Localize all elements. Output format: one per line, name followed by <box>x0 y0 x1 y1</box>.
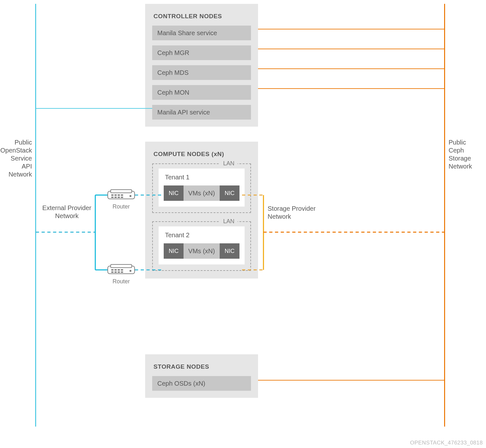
controller-title: CONTROLLER NODES <box>153 13 251 20</box>
router-icon <box>107 189 135 201</box>
router-label: Router <box>107 203 135 210</box>
nic-right: NIC <box>220 185 239 201</box>
router-1: Router <box>107 189 135 210</box>
storage-panel: STORAGE NODES Ceph OSDs (xN) <box>145 354 258 398</box>
svg-rect-20 <box>118 269 120 271</box>
lan-tag: LAN <box>220 160 238 167</box>
tenant-box: Tenant 1 NIC VMs (xN) NIC <box>159 169 245 207</box>
right-network-bar <box>444 4 445 427</box>
tenant-title: Tenant 1 <box>165 174 239 181</box>
svg-rect-22 <box>111 271 114 273</box>
controller-item: Manila Share service <box>152 26 251 40</box>
vm-row: NIC VMs (xN) NIC <box>164 243 239 259</box>
nic-left: NIC <box>164 243 184 259</box>
svg-point-26 <box>129 270 131 272</box>
svg-point-15 <box>129 195 131 197</box>
controller-item: Ceph MDS <box>152 65 251 80</box>
router-icon <box>107 264 135 276</box>
svg-rect-11 <box>111 197 114 198</box>
svg-rect-8 <box>114 194 117 196</box>
vm-label: VMs (xN) <box>184 248 220 255</box>
compute-title: COMPUTE NODES (xN) <box>153 151 251 158</box>
nic-right: NIC <box>220 243 239 259</box>
vm-label: VMs (xN) <box>184 190 220 197</box>
controller-item: Ceph MON <box>152 85 251 100</box>
right-network-label: Public Ceph Storage Network <box>449 138 486 170</box>
lan-tag: LAN <box>220 218 238 225</box>
svg-rect-17 <box>111 264 132 268</box>
svg-rect-13 <box>118 197 120 198</box>
controller-item: Manila API service <box>152 105 251 120</box>
svg-rect-21 <box>121 269 123 271</box>
svg-rect-14 <box>121 197 123 198</box>
left-network-label: Public OpenStack Service API Network <box>0 138 32 178</box>
svg-rect-19 <box>114 269 117 271</box>
svg-rect-12 <box>114 197 117 198</box>
connector-manila-left <box>0 0 160 128</box>
svg-rect-10 <box>121 194 123 196</box>
svg-rect-6 <box>111 190 132 193</box>
tenant-box: Tenant 2 NIC VMs (xN) NIC <box>159 226 245 264</box>
nic-left: NIC <box>164 185 184 201</box>
compute-panel: COMPUTE NODES (xN) LAN Tenant 1 NIC VMs … <box>145 142 258 279</box>
lan-box-1: LAN Tenant 1 NIC VMs (xN) NIC <box>152 163 251 213</box>
svg-rect-23 <box>114 271 117 273</box>
lan-box-2: LAN Tenant 2 NIC VMs (xN) NIC <box>152 221 251 271</box>
svg-rect-7 <box>111 194 114 196</box>
controller-panel: CONTROLLER NODES Manila Share service Ce… <box>145 4 258 127</box>
storage-title: STORAGE NODES <box>153 363 251 370</box>
storage-item: Ceph OSDs (xN) <box>152 376 251 391</box>
svg-rect-9 <box>118 194 120 196</box>
left-network-bar <box>35 4 36 427</box>
storage-provider-label: Storage Provider Network <box>268 205 322 221</box>
controller-item: Ceph MGR <box>152 45 251 60</box>
svg-rect-24 <box>118 271 120 273</box>
tenant-title: Tenant 2 <box>165 232 239 239</box>
router-label: Router <box>107 278 135 285</box>
external-provider-label: External Provider Network <box>40 204 94 220</box>
vm-row: NIC VMs (xN) NIC <box>164 185 239 201</box>
svg-rect-25 <box>121 271 123 273</box>
svg-rect-18 <box>111 269 114 271</box>
footer-id: OPENSTACK_476233_0818 <box>410 440 483 446</box>
router-2: Router <box>107 264 135 285</box>
